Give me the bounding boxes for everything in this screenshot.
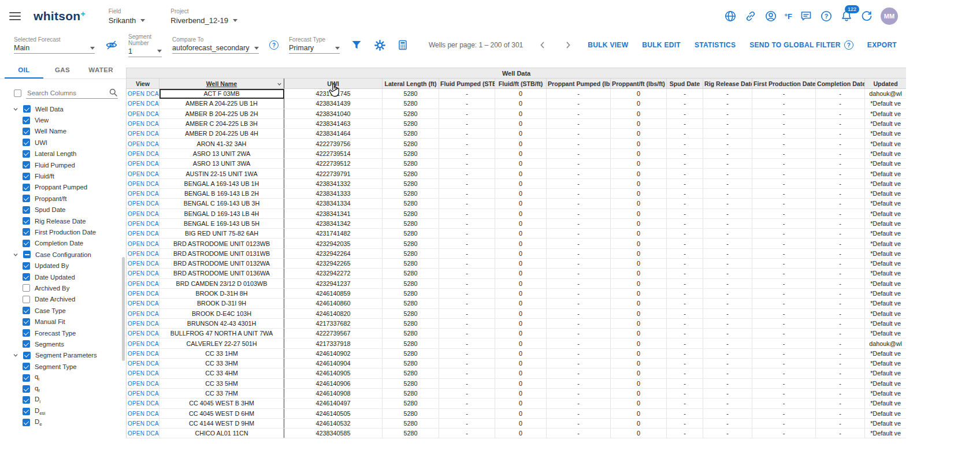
data-cell[interactable]: 0 (611, 239, 667, 248)
data-cell[interactable]: 0 (495, 429, 547, 438)
data-cell[interactable]: - (703, 259, 752, 269)
well-name-cell[interactable]: ASRO 13 UNIT 2WA (159, 148, 284, 158)
data-cell[interactable]: - (752, 278, 816, 288)
data-cell[interactable]: - (667, 139, 703, 148)
well-name-cell[interactable]: BENGAL B 169-143 LB 2H (159, 188, 284, 198)
visibility-off-icon[interactable] (105, 39, 118, 51)
data-cell[interactable]: *Default ve (865, 329, 907, 338)
data-cell[interactable]: - (703, 218, 752, 228)
tree-item[interactable]: First Production Date (0, 226, 126, 237)
well-name-cell[interactable]: AMBER A 204-225 UB 1H (159, 99, 284, 109)
data-cell[interactable]: - (752, 229, 816, 239)
data-cell[interactable]: dahouk@wl (865, 338, 907, 348)
data-cell[interactable]: - (667, 159, 703, 169)
uwi-cell[interactable]: 4217337918 (284, 338, 383, 348)
data-cell[interactable]: 0 (495, 229, 547, 239)
data-cell[interactable]: - (752, 129, 816, 139)
data-cell[interactable]: - (703, 329, 752, 338)
data-cell[interactable]: 0 (611, 159, 667, 169)
data-cell[interactable]: - (547, 178, 611, 188)
data-cell[interactable]: *Default ve (865, 208, 907, 218)
open-dca-link[interactable]: OPEN DCA (128, 230, 159, 237)
tree-item[interactable]: Proppant Pumped (0, 182, 126, 193)
data-cell[interactable]: *Default ve (865, 318, 907, 328)
data-cell[interactable]: - (816, 329, 865, 338)
data-cell[interactable]: *Default ve (865, 299, 907, 308)
data-cell[interactable]: 0 (611, 408, 667, 418)
tree-item[interactable]: Completion Date (0, 238, 126, 249)
data-cell[interactable]: - (816, 348, 865, 358)
globe-icon[interactable] (724, 10, 737, 23)
data-cell[interactable]: - (816, 208, 865, 218)
avatar[interactable]: MM (881, 8, 898, 25)
data-cell[interactable]: - (547, 359, 611, 368)
data-cell[interactable]: 5280 (383, 398, 439, 408)
data-cell[interactable]: - (703, 89, 752, 99)
tree-item[interactable]: Manual Fit (0, 316, 126, 327)
data-cell[interactable]: - (816, 139, 865, 148)
data-cell[interactable]: - (752, 99, 816, 109)
data-cell[interactable]: - (667, 248, 703, 258)
uwi-cell[interactable]: 4238341040 (284, 109, 383, 118)
data-cell[interactable]: - (439, 418, 495, 428)
data-cell[interactable]: 0 (611, 278, 667, 288)
data-cell[interactable]: dahouk@wl (865, 89, 907, 99)
checkbox[interactable] (23, 262, 30, 270)
data-cell[interactable]: - (439, 159, 495, 169)
data-cell[interactable]: - (816, 248, 865, 258)
tree-item[interactable]: Di (0, 394, 126, 405)
data-cell[interactable]: - (816, 259, 865, 269)
tree-item[interactable]: Rig Release Date (0, 215, 126, 226)
data-cell[interactable]: - (703, 429, 752, 438)
data-cell[interactable]: - (816, 169, 865, 178)
data-cell[interactable]: - (667, 208, 703, 218)
data-cell[interactable]: - (752, 299, 816, 308)
data-cell[interactable]: - (439, 199, 495, 208)
data-cell[interactable]: - (816, 359, 865, 368)
data-cell[interactable]: - (439, 178, 495, 188)
data-cell[interactable]: *Default ve (865, 368, 907, 378)
app-logo[interactable]: whitson+ (34, 9, 86, 23)
settings-gear-icon[interactable] (373, 39, 386, 51)
data-cell[interactable]: - (816, 338, 865, 348)
data-cell[interactable]: - (439, 359, 495, 368)
well-name-cell[interactable]: CC 4045 WEST D 6HM (159, 408, 284, 418)
data-cell[interactable]: - (439, 288, 495, 298)
chevron-down-icon[interactable] (13, 352, 18, 358)
uwi-cell[interactable]: 4238341463 (284, 118, 383, 128)
data-cell[interactable]: 0 (495, 338, 547, 348)
column-header[interactable]: Fluid/ft (STB/ft) (495, 79, 547, 89)
data-cell[interactable]: 0 (495, 408, 547, 418)
data-cell[interactable]: - (703, 178, 752, 188)
data-cell[interactable]: 5280 (383, 178, 439, 188)
tab-gas[interactable]: GAS (43, 61, 82, 79)
data-cell[interactable]: - (667, 388, 703, 398)
tree-item[interactable]: Forecast Type (0, 327, 126, 338)
uwi-cell[interactable]: 4238341342 (284, 218, 383, 228)
data-cell[interactable]: 0 (495, 418, 547, 428)
data-cell[interactable]: 5280 (383, 239, 439, 248)
open-dca-link[interactable]: OPEN DCA (128, 121, 159, 127)
data-cell[interactable]: - (667, 368, 703, 378)
uwi-cell[interactable]: 4232942035 (284, 239, 383, 248)
checkbox[interactable] (23, 117, 30, 124)
well-name-cell[interactable]: BRD ASTRODOME UNIT 0123WB (159, 239, 284, 248)
well-name-cell[interactable]: BROOK D-31H 8H (159, 288, 284, 298)
uwi-cell[interactable]: 4222739756 (284, 139, 383, 148)
well-name-cell[interactable]: AMBER D 204-225 UB 4H (159, 129, 284, 139)
data-cell[interactable]: - (816, 199, 865, 208)
data-cell[interactable]: - (667, 188, 703, 198)
data-cell[interactable]: - (667, 378, 703, 388)
data-cell[interactable]: - (547, 248, 611, 258)
compare-to-select[interactable]: Compare To autoforecast_secondary (172, 36, 259, 54)
data-cell[interactable]: - (667, 169, 703, 178)
open-dca-link[interactable]: OPEN DCA (128, 171, 159, 177)
data-cell[interactable]: 5280 (383, 208, 439, 218)
data-cell[interactable]: - (752, 188, 816, 198)
data-cell[interactable]: *Default ve (865, 278, 907, 288)
open-dca-link[interactable]: OPEN DCA (128, 360, 159, 367)
data-cell[interactable]: 0 (611, 398, 667, 408)
data-cell[interactable]: - (547, 139, 611, 148)
checkbox[interactable] (23, 329, 30, 337)
open-dca-link[interactable]: OPEN DCA (128, 290, 159, 297)
